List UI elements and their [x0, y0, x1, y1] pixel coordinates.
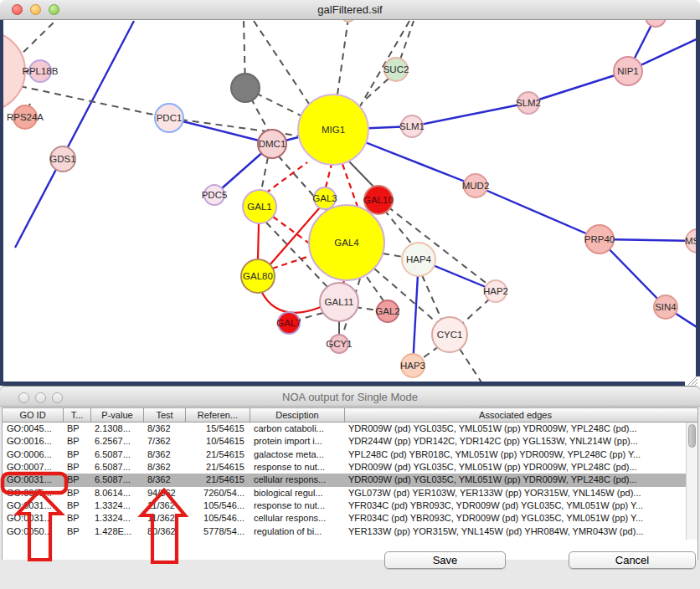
- table-row[interactable]: GO:0007...BP6.5087...8/36221/54615respon…: [3, 461, 686, 474]
- network-edge-blue[interactable]: [412, 103, 528, 126]
- table-cell[interactable]: BP: [63, 435, 90, 448]
- table-cell[interactable]: 6.5087...: [90, 474, 143, 486]
- table-cell[interactable]: BP: [63, 512, 90, 525]
- table-cell[interactable]: response to nut...: [250, 461, 344, 474]
- table-scrollbar[interactable]: [686, 423, 697, 540]
- table-cell[interactable]: BP: [63, 474, 90, 486]
- table-cell[interactable]: YDR244W (pp) YDR142C, YDR142C (pp) YGL15…: [344, 435, 686, 448]
- table-cell[interactable]: 8/362: [143, 423, 185, 435]
- table-cell[interactable]: GO:0065...: [3, 487, 63, 499]
- table-cell[interactable]: 6.5087...: [90, 448, 143, 461]
- table-cell[interactable]: GO:0031...: [3, 499, 63, 512]
- table-cell[interactable]: 8/362: [143, 448, 185, 461]
- column-header-goid[interactable]: GO ID: [3, 408, 63, 422]
- table-cell[interactable]: GO:0050...: [3, 525, 63, 538]
- table-cell[interactable]: 21/54615: [185, 448, 250, 461]
- table-cell[interactable]: YFR034C (pd) YBR093C, YDR009W (pd) YGL03…: [344, 512, 686, 525]
- table-cell[interactable]: 7260/54...: [185, 487, 250, 499]
- table-cell[interactable]: YDR009W (pd) YGL035C, YML051W (pp) YDR00…: [344, 423, 686, 435]
- column-header-referen[interactable]: Referen...: [185, 408, 250, 422]
- network-edge-gray-dash[interactable]: [422, 275, 441, 319]
- table-cell[interactable]: BP: [63, 499, 90, 512]
- cancel-button[interactable]: Cancel: [569, 551, 696, 569]
- table-cell[interactable]: GO:0007...: [3, 461, 63, 474]
- network-edge-gray-dash[interactable]: [363, 79, 389, 102]
- table-cell[interactable]: 2.1308...: [90, 423, 143, 435]
- network-titlebar[interactable]: galFiltered.sif: [0, 0, 700, 20]
- network-edge-gray-dash[interactable]: [388, 207, 489, 285]
- table-cell[interactable]: BP: [63, 487, 90, 499]
- table-cell[interactable]: 11/362: [143, 499, 185, 512]
- table-cell[interactable]: 1.3324...: [90, 499, 143, 512]
- table-cell[interactable]: carbon cataboli...: [250, 423, 344, 435]
- node-gray-node[interactable]: [231, 74, 260, 102]
- network-graph[interactable]: RPL18BRPS24AGDS1PDC1MIG1SUC2NIP1SLM2SLM1…: [0, 20, 700, 386]
- table-cell[interactable]: YFR034C (pd) YBR093C, YDR009W (pd) YGL03…: [344, 499, 686, 512]
- network-edge-gray-dash[interactable]: [254, 21, 311, 106]
- table-cell[interactable]: 15/54615: [185, 423, 250, 435]
- network-edge-gray-dash[interactable]: [367, 277, 384, 302]
- table-cell[interactable]: GO:0031...: [3, 512, 63, 525]
- network-canvas[interactable]: RPL18BRPS24AGDS1PDC1MIG1SUC2NIP1SLM2SLM1…: [0, 20, 700, 386]
- table-cell[interactable]: response to nut...: [250, 499, 344, 512]
- network-edge-red-dash[interactable]: [265, 162, 307, 193]
- column-header-pvalue[interactable]: P-value: [90, 408, 143, 422]
- column-header-test[interactable]: Test: [143, 408, 185, 422]
- save-button[interactable]: Save: [384, 551, 506, 569]
- network-edge-gray-dash[interactable]: [298, 313, 323, 320]
- table-cell[interactable]: YDR009W (pd) YGL035C, YML051W (pp) YDR00…: [344, 461, 686, 474]
- table-row[interactable]: GO:0031...BP6.5087...8/36221/54615cellul…: [3, 474, 686, 486]
- table-cell[interactable]: 7/362: [143, 435, 185, 448]
- table-cell[interactable]: 11/362: [143, 512, 185, 525]
- network-edge-blue[interactable]: [169, 118, 272, 144]
- network-edge-red-solid[interactable]: [258, 223, 259, 259]
- table-cell[interactable]: BP: [63, 448, 90, 461]
- table-cell[interactable]: 8.0614...: [90, 487, 143, 499]
- table-row[interactable]: GO:0031...BP1.3324...11/362105/546...res…: [3, 499, 686, 512]
- node-cut-top-right[interactable]: [646, 20, 666, 27]
- network-edge-blue[interactable]: [476, 186, 600, 239]
- table-cell[interactable]: GO:0031...: [3, 474, 63, 486]
- node-nub-top[interactable]: [342, 20, 355, 22]
- table-cell[interactable]: protein import i...: [250, 435, 344, 448]
- table-cell[interactable]: BP: [63, 461, 90, 474]
- table-cell[interactable]: 1.428E...: [90, 525, 143, 538]
- table-cell[interactable]: cellular respons...: [250, 512, 344, 525]
- table-cell[interactable]: GO:0045...: [3, 423, 63, 435]
- column-header-t[interactable]: T...: [63, 408, 90, 422]
- table-cell[interactable]: 21/54615: [185, 474, 250, 486]
- table-cell[interactable]: 80/362: [143, 525, 185, 538]
- table-cell[interactable]: 8/362: [143, 474, 185, 486]
- table-cell[interactable]: YPL248C (pd) YBR018C, YML051W (pp) YDR00…: [344, 448, 686, 461]
- network-edge-gray-dash[interactable]: [261, 157, 268, 191]
- table-row[interactable]: GO:0006...BP6.5087...8/36221/54615galact…: [3, 448, 686, 461]
- table-row[interactable]: GO:0045...BP2.1308...8/36215/54615carbon…: [3, 423, 686, 435]
- network-edge-blue[interactable]: [528, 71, 628, 103]
- column-header-associatededges[interactable]: Associated edges: [344, 408, 686, 422]
- table-cell[interactable]: 1.3324...: [90, 512, 143, 525]
- network-edge-gray-solid[interactable]: [347, 159, 375, 188]
- table-cell[interactable]: 6.5087...: [90, 461, 143, 474]
- table-cell[interactable]: BP: [63, 423, 90, 435]
- network-edge-gray-dash[interactable]: [462, 299, 490, 324]
- table-cell[interactable]: 105/546...: [185, 512, 250, 525]
- table-cell[interactable]: 10/54615: [185, 435, 250, 448]
- table-cell[interactable]: cellular respons...: [250, 474, 344, 486]
- table-cell[interactable]: YDR009W (pd) YGL035C, YML051W (pp) YDR00…: [344, 474, 686, 486]
- network-edge-gray-dash[interactable]: [420, 346, 439, 360]
- table-cell[interactable]: galactose meta...: [250, 448, 344, 461]
- table-cell[interactable]: 5778/54...: [185, 525, 250, 538]
- network-edge-blue[interactable]: [15, 21, 134, 248]
- scrollbar-thumb[interactable]: [688, 424, 696, 448]
- table-cell[interactable]: GO:0006...: [3, 448, 63, 461]
- table-row[interactable]: GO:0031...BP1.3324...11/362105/546...cel…: [3, 512, 686, 525]
- network-edge-gray-dash[interactable]: [460, 349, 483, 385]
- network-edge-red-dash[interactable]: [326, 164, 332, 187]
- table-row[interactable]: GO:0065...BP8.0614...94/3627260/54...bio…: [3, 487, 686, 499]
- table-row[interactable]: GO:0016...BP6.2567...7/36210/54615protei…: [3, 435, 686, 448]
- network-edge-gray-dash[interactable]: [383, 254, 403, 257]
- table-cell[interactable]: YER133W (pp) YOR315W, YNL145W (pd) YHR08…: [344, 525, 686, 538]
- table-cell[interactable]: 8/362: [143, 461, 185, 474]
- table-cell[interactable]: 94/362: [143, 487, 185, 499]
- table-row[interactable]: GO:0050...BP1.428E...80/3625778/54...reg…: [3, 525, 686, 538]
